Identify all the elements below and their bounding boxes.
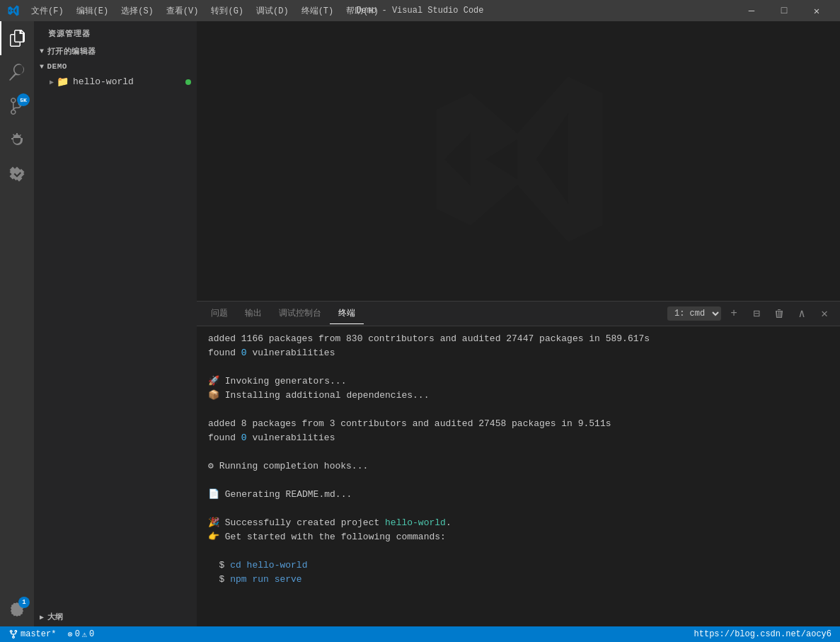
modified-dot <box>185 79 191 85</box>
cmd-cd: cd hello-world <box>230 560 307 571</box>
terminal-spacer-5 <box>208 502 829 516</box>
tab-output[interactable]: 输出 <box>236 303 270 324</box>
kill-terminal-button[interactable] <box>769 304 789 323</box>
maximize-button[interactable]: □ <box>768 0 800 21</box>
menu-debug[interactable]: 调试(D) <box>251 4 294 18</box>
tab-debug-console[interactable]: 调试控制台 <box>270 303 330 324</box>
terminal-line-8: 📄 Generating README.md... <box>208 488 829 502</box>
outline-header[interactable]: ▶ 大纲 <box>34 607 197 626</box>
terminal-spacer-6 <box>208 544 829 558</box>
menu-terminal[interactable]: 终端(T) <box>296 4 340 18</box>
titlebar: 文件(F) 编辑(E) 选择(S) 查看(V) 转到(G) 调试(D) 终端(T… <box>0 0 840 21</box>
menu-edit[interactable]: 编辑(E) <box>71 4 115 18</box>
window-title: Demo - Visual Studio Code <box>356 6 483 16</box>
titlebar-menu[interactable]: 文件(F) 编辑(E) 选择(S) 查看(V) 转到(G) 调试(D) 终端(T… <box>25 4 384 18</box>
error-count[interactable]: ⊗ 0 ⚠ 0 <box>64 626 97 642</box>
status-left: master* ⊗ 0 ⚠ 0 <box>6 626 97 642</box>
terminal-spacer-1 <box>208 360 829 374</box>
demo-label: DEMO <box>47 62 67 71</box>
activity-bottom: 1 <box>0 592 34 626</box>
activity-extensions[interactable] <box>0 157 34 191</box>
hello-world-chevron: ▶ <box>50 78 54 86</box>
explorer-icon <box>9 30 26 47</box>
settings-badge: 1 <box>18 597 30 608</box>
sidebar: 资源管理器 ▼ 打开的编辑器 ▼ DEMO ▶ 📁 hello-world ▶ … <box>34 21 197 626</box>
outline-label: 大纲 <box>47 612 64 622</box>
split-terminal-button[interactable]: ⊟ <box>747 304 766 323</box>
terminal-line-5: added 8 packages from 3 contributors and… <box>208 417 829 431</box>
activity-explorer[interactable] <box>0 21 34 55</box>
terminal-line-1: added 1166 packages from 830 contributor… <box>208 332 829 346</box>
activity-settings[interactable]: 1 <box>0 592 34 626</box>
menu-goto[interactable]: 转到(G) <box>205 4 249 18</box>
demo-chevron: ▼ <box>40 63 45 71</box>
extensions-icon <box>8 166 25 183</box>
terminal-line-10: 👉 Get started with the following command… <box>208 530 829 544</box>
terminal-spacer-3 <box>208 445 829 459</box>
terminal-line-12: $ npm run serve <box>208 573 829 587</box>
trash-icon <box>773 308 785 319</box>
close-button[interactable]: ✕ <box>800 0 833 21</box>
terminal-spacer-4 <box>208 474 829 488</box>
source-control-badge: 5K <box>17 93 30 106</box>
debug-icon <box>8 132 25 149</box>
minimize-button[interactable]: — <box>735 0 768 21</box>
vscode-watermark <box>420 60 618 262</box>
error-num: 0 <box>75 629 80 639</box>
open-editors-header[interactable]: ▼ 打开的编辑器 <box>34 43 197 59</box>
menu-select[interactable]: 选择(S) <box>115 4 159 18</box>
sidebar-title: 资源管理器 <box>34 21 197 43</box>
new-terminal-button[interactable]: + <box>724 304 744 323</box>
maximize-panel-button[interactable]: ∧ <box>792 304 812 323</box>
terminal-line-6: found 0 vulnerabilities <box>208 431 829 445</box>
activity-search[interactable] <box>0 55 34 89</box>
terminal-line-3: 🚀 Invoking generators... <box>208 374 829 389</box>
open-editors-label: 打开的编辑器 <box>47 46 96 57</box>
terminal-line-11: $ cd hello-world <box>208 558 829 573</box>
tab-problems[interactable]: 问题 <box>202 303 236 324</box>
main-content: 5K 1 资源管理器 ▼ 打开的编辑器 ▼ <box>0 21 840 626</box>
close-panel-button[interactable]: ✕ <box>815 304 834 323</box>
open-editors-chevron: ▼ <box>40 47 45 55</box>
status-bar: master* ⊗ 0 ⚠ 0 https://blog.csdn.net/ao… <box>0 626 840 642</box>
terminal-line-7: ⚙ Running completion hooks... <box>208 459 829 474</box>
activity-source-control[interactable]: 5K <box>0 89 34 123</box>
warning-icon: ⚠ <box>82 629 87 640</box>
git-icon <box>8 629 18 639</box>
activity-bar: 5K 1 <box>0 21 34 626</box>
panel: 问题 输出 调试控制台 终端 1: cmd + ⊟ ∧ ✕ <box>197 301 840 626</box>
panel-tabs: 问题 输出 调试控制台 终端 1: cmd + ⊟ ∧ ✕ <box>197 302 840 326</box>
error-icon: ⊗ <box>67 629 72 640</box>
panel-actions: 1: cmd + ⊟ ∧ ✕ <box>667 304 834 323</box>
hello-world-item[interactable]: ▶ 📁 hello-world <box>34 74 197 90</box>
search-icon <box>8 64 25 81</box>
outline-chevron: ▶ <box>40 613 45 621</box>
terminal-line-2: found 0 vulnerabilities <box>208 346 829 360</box>
editor-content <box>197 21 840 301</box>
zero-1: 0 <box>241 348 247 358</box>
hello-world-label: hello-world <box>73 76 134 87</box>
branch-name: master* <box>21 629 56 639</box>
url-text: https://blog.csdn.net/aocy6 <box>694 629 832 639</box>
status-url[interactable]: https://blog.csdn.net/aocy6 <box>691 626 834 642</box>
cmd-serve: npm run serve <box>230 574 301 585</box>
menu-file[interactable]: 文件(F) <box>25 4 69 18</box>
menu-view[interactable]: 查看(V) <box>161 4 205 18</box>
terminal-content[interactable]: added 1166 packages from 830 contributor… <box>197 326 840 626</box>
warning-num: 0 <box>89 629 94 639</box>
activity-debug[interactable] <box>0 123 34 157</box>
terminal-line-9: 🎉 Successfully created project hello-wor… <box>208 516 829 530</box>
editor-area: 问题 输出 调试控制台 终端 1: cmd + ⊟ ∧ ✕ <box>197 21 840 626</box>
project-name: hello-world <box>385 517 446 528</box>
folder-icon: 📁 <box>57 76 69 88</box>
git-branch[interactable]: master* <box>6 626 59 642</box>
terminal-line-4: 📦 Installing additional dependencies... <box>208 389 829 403</box>
terminal-spacer-2 <box>208 403 829 417</box>
status-right: https://blog.csdn.net/aocy6 <box>691 626 834 642</box>
terminal-selector[interactable]: 1: cmd <box>667 306 721 321</box>
window-controls[interactable]: — □ ✕ <box>735 0 833 21</box>
tab-terminal[interactable]: 终端 <box>330 303 364 324</box>
demo-header[interactable]: ▼ DEMO <box>34 59 197 74</box>
zero-2: 0 <box>241 432 247 443</box>
vscode-logo <box>7 4 20 17</box>
